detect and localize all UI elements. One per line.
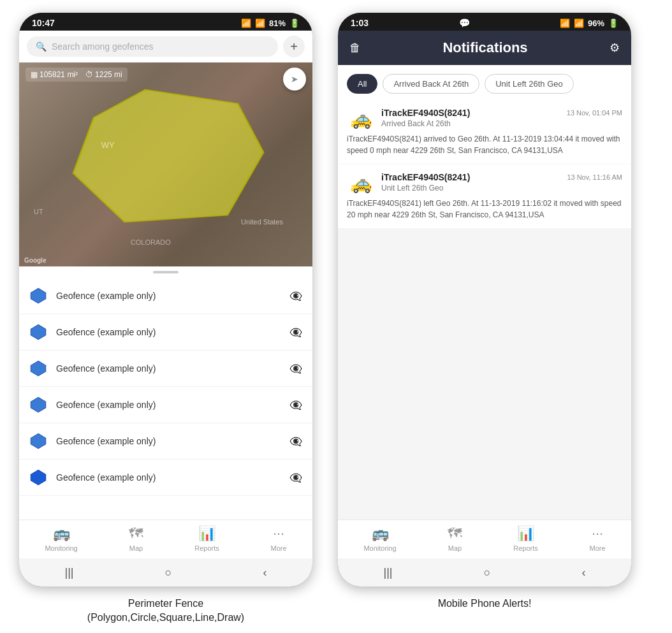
right-recent-apps-button[interactable]: |||	[384, 566, 393, 579]
svg-marker-2	[31, 324, 45, 339]
car-image-2: 🚕	[347, 172, 375, 194]
back-button[interactable]: ‹	[263, 566, 267, 579]
nav-reports[interactable]: 📊 Reports	[194, 525, 219, 552]
list-item[interactable]: Geofence (example only) 👁‍🗨	[19, 314, 312, 351]
more-icon: ···	[273, 525, 284, 542]
svg-marker-6	[31, 470, 45, 484]
map-label-colorado: COLORADO	[131, 238, 171, 246]
left-time: 10:47	[32, 18, 55, 28]
notif-card-1-header: 🚕 iTrackEF4940S(8241) 13 Nov, 01:04 PM A…	[347, 108, 622, 129]
notifications-list: 🚕 iTrackEF4940S(8241) 13 Nov, 01:04 PM A…	[338, 100, 631, 520]
notifications-header: 🗑 Notifications ⚙	[338, 31, 631, 65]
more-label: More	[271, 544, 287, 552]
filter-tabs: All Arrived Back At 26th Unit Left 26th …	[338, 65, 631, 100]
svg-marker-1	[31, 288, 45, 303]
hide-geofence-icon-2[interactable]: 👁‍🗨	[289, 326, 302, 338]
geofence-list: Geofence (example only) 👁‍🗨 Geofence (ex…	[19, 278, 312, 520]
reports-icon: 📊	[198, 525, 215, 542]
chat-icon: 💬	[459, 18, 470, 28]
add-geofence-button[interactable]: +	[283, 36, 305, 57]
geofence-name-3: Geofence (example only)	[56, 363, 281, 374]
left-sys-nav: ||| ○ ‹	[19, 558, 312, 586]
map-label: Map	[129, 544, 143, 552]
recent-apps-button[interactable]: |||	[65, 566, 74, 579]
geofence-polygon-svg	[63, 83, 268, 236]
geofence-icon-6	[29, 469, 47, 486]
svg-marker-5	[31, 433, 45, 448]
left-phone: 10:47 📶 📶 81% 🔋 🔍 Search among geofences…	[19, 13, 312, 586]
map-area: ▦ 105821 mi² ⏱ 1225 mi ➤ WY United State…	[19, 62, 312, 266]
geofence-name-2: Geofence (example only)	[56, 327, 281, 337]
notif-card-1-title-row: iTrackEF4940S(8241) 13 Nov, 01:04 PM	[381, 108, 622, 118]
nav-map[interactable]: 🗺 Map	[129, 525, 143, 552]
notif-card-2-title: iTrackEF4940S(8241)	[381, 172, 470, 182]
right-time: 1:03	[351, 18, 369, 28]
notif-card-1-info: iTrackEF4940S(8241) 13 Nov, 01:04 PM Arr…	[381, 108, 622, 128]
trash-icon[interactable]: 🗑	[349, 41, 361, 55]
geofence-icon-2	[29, 323, 47, 341]
filter-arrived[interactable]: Arrived Back At 26th	[383, 74, 479, 94]
map-icon: 🗺	[129, 525, 143, 542]
notif-card-1-title: iTrackEF4940S(8241)	[381, 108, 470, 118]
battery-icon-right: 🔋	[608, 18, 618, 28]
filter-all[interactable]: All	[347, 74, 377, 94]
area-stat: ▦ 105821 mi²	[31, 70, 78, 79]
hide-geofence-icon-6[interactable]: 👁‍🗨	[289, 472, 302, 484]
notif-card-1-time: 13 Nov, 01:04 PM	[567, 109, 622, 117]
compass-button[interactable]: ➤	[283, 68, 306, 91]
captions-area: Perimeter Fence(Polygon,Circle,Square,Li…	[0, 586, 672, 625]
hide-geofence-icon-5[interactable]: 👁‍🗨	[289, 435, 302, 447]
list-item[interactable]: Geofence (example only) 👁‍🗨	[19, 387, 312, 423]
svg-marker-4	[31, 397, 45, 412]
notif-card-2-body: iTrackEF4940S(8241) left Geo 26th. At 11…	[347, 198, 622, 221]
map-label-wy: WY	[101, 140, 115, 150]
monitoring-icon: 🚌	[53, 525, 70, 542]
right-sys-nav: ||| ○ ‹	[338, 558, 631, 586]
right-nav-reports[interactable]: 📊 Reports	[513, 525, 538, 552]
notif-card-1-subtitle: Arrived Back At 26th	[381, 119, 622, 128]
signal-icon: 📶	[255, 18, 265, 28]
left-status-bar: 10:47 📶 📶 81% 🔋	[19, 13, 312, 31]
signal-icon-right: 📶	[574, 18, 584, 28]
right-home-button[interactable]: ○	[484, 566, 491, 579]
settings-icon[interactable]: ⚙	[610, 41, 620, 55]
right-nav-more[interactable]: ··· More	[590, 525, 606, 552]
battery-text-right: 96%	[588, 18, 604, 28]
wifi-icon-right: 📶	[560, 18, 570, 28]
right-map-label: Map	[448, 544, 462, 552]
search-bar: 🔍 Search among geofences +	[19, 31, 312, 62]
list-item[interactable]: Geofence (example only) 👁‍🗨	[19, 423, 312, 460]
list-item[interactable]: Geofence (example only) 👁‍🗨	[19, 460, 312, 496]
list-item[interactable]: Geofence (example only) 👁‍🗨	[19, 351, 312, 387]
right-nav-map[interactable]: 🗺 Map	[448, 525, 462, 552]
notifications-title: Notifications	[361, 40, 610, 56]
right-phone: 1:03 💬 📶 📶 96% 🔋 🗑 Notifications ⚙ All A…	[338, 13, 631, 586]
google-logo: Google	[24, 257, 46, 264]
hide-geofence-icon-4[interactable]: 👁‍🗨	[289, 399, 302, 411]
area-icon: ▦	[31, 70, 38, 79]
right-back-button[interactable]: ‹	[581, 566, 585, 579]
search-input-wrap[interactable]: 🔍 Search among geofences	[27, 36, 278, 57]
nav-monitoring[interactable]: 🚌 Monitoring	[45, 525, 77, 552]
home-button[interactable]: ○	[165, 566, 172, 579]
right-reports-icon: 📊	[517, 525, 534, 542]
notification-card-1[interactable]: 🚕 iTrackEF4940S(8241) 13 Nov, 01:04 PM A…	[338, 100, 631, 164]
notif-card-1-body: iTrackEF4940S(8241) arrived to Geo 26th.…	[347, 133, 622, 156]
list-item[interactable]: Geofence (example only) 👁‍🗨	[19, 278, 312, 314]
notification-card-2[interactable]: 🚕 iTrackEF4940S(8241) 13 Nov, 11:16 AM U…	[338, 164, 631, 228]
svg-marker-0	[73, 90, 263, 222]
scroll-indicator	[19, 266, 312, 278]
map-label-ut: UT	[34, 208, 43, 215]
hide-geofence-icon-1[interactable]: 👁‍🗨	[289, 290, 302, 302]
filter-unit-left[interactable]: Unit Left 26th Geo	[485, 74, 574, 94]
left-bottom-nav: 🚌 Monitoring 🗺 Map 📊 Reports ··· More	[19, 520, 312, 558]
right-monitoring-icon: 🚌	[372, 525, 389, 542]
car-image-1: 🚕	[347, 108, 375, 129]
hide-geofence-icon-3[interactable]: 👁‍🗨	[289, 363, 302, 375]
battery-icon: 🔋	[289, 18, 300, 28]
notif-card-2-info: iTrackEF4940S(8241) 13 Nov, 11:16 AM Uni…	[381, 172, 622, 193]
right-nav-monitoring[interactable]: 🚌 Monitoring	[363, 525, 396, 552]
nav-more[interactable]: ··· More	[271, 525, 287, 552]
left-caption-text: Perimeter Fence(Polygon,Circle,Square,Li…	[87, 598, 244, 623]
right-caption-text: Mobile Phone Alerts!	[438, 598, 532, 609]
